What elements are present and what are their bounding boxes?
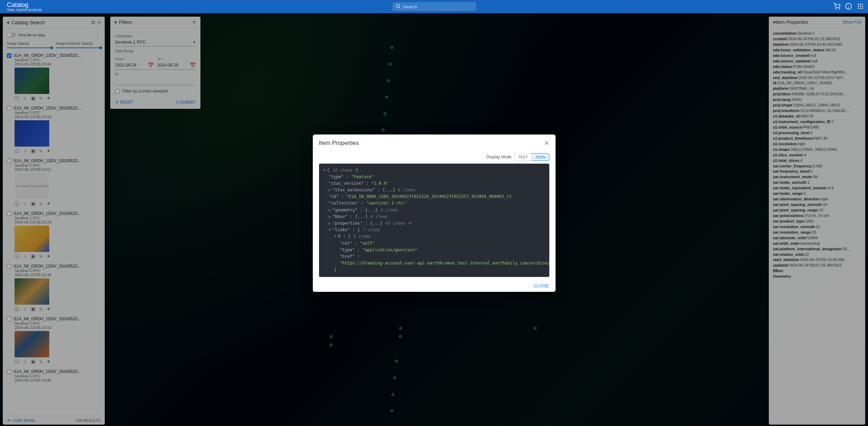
search-icon — [395, 3, 401, 10]
svg-point-7 — [858, 3, 859, 5]
mode-json-button[interactable]: JSON — [532, 153, 549, 161]
item-properties-modal: Item Properties ✕ Display Mode TEXT JSON… — [313, 134, 556, 292]
modal-title: Item Properties — [319, 140, 359, 147]
mode-text-button[interactable]: TEXT — [514, 153, 532, 161]
global-search[interactable] — [393, 2, 476, 11]
svg-point-9 — [862, 3, 863, 5]
close-button[interactable]: CLOSE — [534, 283, 549, 288]
svg-point-12 — [862, 6, 863, 7]
svg-point-11 — [860, 6, 861, 7]
svg-point-15 — [862, 8, 863, 9]
app-topbar: Catalog View, explore products — [0, 0, 868, 13]
brand: Catalog View, explore products — [7, 2, 42, 12]
svg-point-2 — [836, 8, 836, 9]
search-input[interactable] — [403, 4, 473, 9]
modal-overlay[interactable]: Item Properties ✕ Display Mode TEXT JSON… — [0, 0, 868, 426]
svg-point-13 — [858, 8, 859, 9]
svg-point-10 — [858, 6, 859, 7]
svg-point-14 — [860, 8, 861, 9]
close-icon[interactable]: ✕ — [544, 139, 549, 147]
app-title: Catalog — [7, 2, 42, 8]
app-subtitle: View, explore products — [7, 8, 42, 12]
info-icon[interactable] — [845, 3, 852, 11]
svg-point-8 — [860, 3, 861, 5]
svg-point-0 — [396, 4, 399, 7]
json-viewer[interactable]: ▼{ 10 items ⎘ "type" : "Feature" "stac_v… — [319, 164, 549, 277]
cart-icon[interactable] — [833, 3, 840, 11]
display-mode-label: Display Mode — [486, 155, 512, 159]
svg-line-1 — [399, 7, 400, 8]
apps-icon[interactable] — [857, 3, 864, 11]
svg-point-3 — [839, 8, 840, 9]
